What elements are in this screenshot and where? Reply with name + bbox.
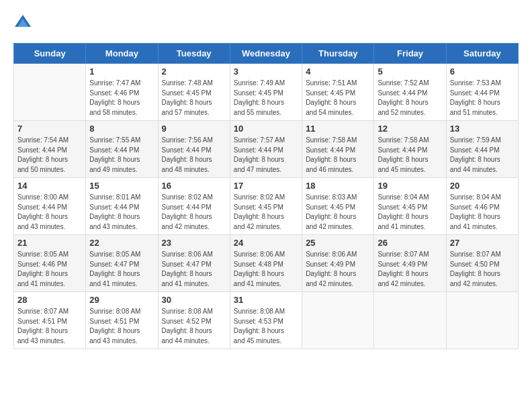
day-number: 19 (378, 181, 442, 191)
day-info: Sunrise: 7:53 AMSunset: 4:44 PMDaylight:… (450, 79, 515, 118)
day-number: 9 (162, 124, 226, 134)
calendar-cell: 11Sunrise: 7:58 AMSunset: 4:44 PMDayligh… (302, 121, 374, 178)
dow-header-thursday: Thursday (302, 44, 374, 64)
day-info: Sunrise: 8:05 AMSunset: 4:47 PMDaylight:… (89, 250, 154, 289)
calendar-cell: 30Sunrise: 8:08 AMSunset: 4:52 PMDayligh… (158, 292, 230, 349)
dow-header-friday: Friday (374, 44, 446, 64)
day-info: Sunrise: 7:58 AMSunset: 4:44 PMDaylight:… (306, 136, 370, 175)
day-number: 30 (162, 295, 226, 305)
day-number: 15 (89, 181, 154, 191)
day-info: Sunrise: 7:59 AMSunset: 4:44 PMDaylight:… (450, 136, 515, 175)
day-number: 25 (306, 238, 370, 248)
day-info: Sunrise: 7:47 AMSunset: 4:46 PMDaylight:… (89, 79, 154, 118)
day-number: 13 (450, 124, 515, 134)
day-number: 17 (234, 181, 298, 191)
day-number: 10 (234, 124, 298, 134)
day-number: 14 (17, 181, 82, 191)
day-info: Sunrise: 8:06 AMSunset: 4:49 PMDaylight:… (306, 250, 370, 289)
dow-header-wednesday: Wednesday (230, 44, 302, 64)
day-info: Sunrise: 8:07 AMSunset: 4:50 PMDaylight:… (450, 250, 515, 289)
dow-header-tuesday: Tuesday (158, 44, 230, 64)
calendar-cell: 10Sunrise: 7:57 AMSunset: 4:44 PMDayligh… (230, 121, 302, 178)
dow-header-saturday: Saturday (446, 44, 518, 64)
day-number: 23 (162, 238, 226, 248)
calendar-cell: 4Sunrise: 7:51 AMSunset: 4:45 PMDaylight… (302, 64, 374, 121)
calendar-cell: 14Sunrise: 8:00 AMSunset: 4:44 PMDayligh… (14, 178, 86, 235)
day-info: Sunrise: 8:01 AMSunset: 4:44 PMDaylight:… (89, 193, 154, 232)
day-info: Sunrise: 7:52 AMSunset: 4:44 PMDaylight:… (378, 79, 442, 118)
day-number: 31 (234, 295, 298, 305)
calendar-cell: 2Sunrise: 7:48 AMSunset: 4:45 PMDaylight… (158, 64, 230, 121)
day-number: 3 (234, 66, 298, 77)
day-number: 8 (89, 124, 154, 134)
day-number: 6 (450, 66, 515, 77)
day-number: 1 (89, 66, 154, 77)
day-info: Sunrise: 8:07 AMSunset: 4:51 PMDaylight:… (17, 307, 82, 346)
calendar-cell: 18Sunrise: 8:03 AMSunset: 4:45 PMDayligh… (302, 178, 374, 235)
day-info: Sunrise: 8:06 AMSunset: 4:48 PMDaylight:… (234, 250, 298, 289)
calendar-cell: 1Sunrise: 7:47 AMSunset: 4:46 PMDaylight… (86, 64, 158, 121)
page-header (13, 13, 519, 32)
day-info: Sunrise: 7:56 AMSunset: 4:44 PMDaylight:… (162, 136, 226, 175)
calendar-cell: 16Sunrise: 8:02 AMSunset: 4:44 PMDayligh… (158, 178, 230, 235)
day-info: Sunrise: 7:58 AMSunset: 4:44 PMDaylight:… (378, 136, 442, 175)
day-number: 20 (450, 181, 515, 191)
calendar-cell: 5Sunrise: 7:52 AMSunset: 4:44 PMDaylight… (374, 64, 446, 121)
calendar-cell: 3Sunrise: 7:49 AMSunset: 4:45 PMDaylight… (230, 64, 302, 121)
calendar-cell: 29Sunrise: 8:08 AMSunset: 4:51 PMDayligh… (86, 292, 158, 349)
calendar-cell: 13Sunrise: 7:59 AMSunset: 4:44 PMDayligh… (446, 121, 518, 178)
calendar-table: SundayMondayTuesdayWednesdayThursdayFrid… (13, 43, 519, 349)
calendar-cell (446, 292, 518, 349)
day-info: Sunrise: 7:48 AMSunset: 4:45 PMDaylight:… (162, 79, 226, 118)
dow-header-sunday: Sunday (14, 44, 86, 64)
day-info: Sunrise: 8:05 AMSunset: 4:46 PMDaylight:… (17, 250, 82, 289)
day-info: Sunrise: 8:02 AMSunset: 4:44 PMDaylight:… (162, 193, 226, 232)
day-number: 26 (378, 238, 442, 248)
day-number: 28 (17, 295, 82, 305)
calendar-cell: 22Sunrise: 8:05 AMSunset: 4:47 PMDayligh… (86, 235, 158, 292)
day-info: Sunrise: 7:49 AMSunset: 4:45 PMDaylight:… (234, 79, 298, 118)
day-number: 21 (17, 238, 82, 248)
calendar-cell: 9Sunrise: 7:56 AMSunset: 4:44 PMDaylight… (158, 121, 230, 178)
calendar-cell: 19Sunrise: 8:04 AMSunset: 4:45 PMDayligh… (374, 178, 446, 235)
day-number: 4 (306, 66, 370, 77)
calendar-cell: 12Sunrise: 7:58 AMSunset: 4:44 PMDayligh… (374, 121, 446, 178)
calendar-cell: 20Sunrise: 8:04 AMSunset: 4:46 PMDayligh… (446, 178, 518, 235)
day-number: 27 (450, 238, 515, 248)
day-number: 22 (89, 238, 154, 248)
logo (13, 13, 35, 32)
day-number: 24 (234, 238, 298, 248)
day-number: 18 (306, 181, 370, 191)
day-info: Sunrise: 8:03 AMSunset: 4:45 PMDaylight:… (306, 193, 370, 232)
day-info: Sunrise: 7:57 AMSunset: 4:44 PMDaylight:… (234, 136, 298, 175)
calendar-cell: 21Sunrise: 8:05 AMSunset: 4:46 PMDayligh… (14, 235, 86, 292)
day-info: Sunrise: 7:55 AMSunset: 4:44 PMDaylight:… (89, 136, 154, 175)
day-info: Sunrise: 8:08 AMSunset: 4:52 PMDaylight:… (162, 307, 226, 346)
logo-icon (13, 13, 32, 32)
calendar-cell: 7Sunrise: 7:54 AMSunset: 4:44 PMDaylight… (14, 121, 86, 178)
calendar-cell (14, 64, 86, 121)
calendar-cell (302, 292, 374, 349)
day-number: 29 (89, 295, 154, 305)
dow-header-monday: Monday (86, 44, 158, 64)
day-info: Sunrise: 8:04 AMSunset: 4:45 PMDaylight:… (378, 193, 442, 232)
day-number: 16 (162, 181, 226, 191)
day-number: 12 (378, 124, 442, 134)
calendar-cell: 28Sunrise: 8:07 AMSunset: 4:51 PMDayligh… (14, 292, 86, 349)
day-info: Sunrise: 8:08 AMSunset: 4:51 PMDaylight:… (89, 307, 154, 346)
calendar-cell (374, 292, 446, 349)
day-info: Sunrise: 7:54 AMSunset: 4:44 PMDaylight:… (17, 136, 82, 175)
day-info: Sunrise: 8:02 AMSunset: 4:45 PMDaylight:… (234, 193, 298, 232)
day-info: Sunrise: 8:04 AMSunset: 4:46 PMDaylight:… (450, 193, 515, 232)
day-number: 2 (162, 66, 226, 77)
day-number: 5 (378, 66, 442, 77)
calendar-cell: 25Sunrise: 8:06 AMSunset: 4:49 PMDayligh… (302, 235, 374, 292)
day-info: Sunrise: 8:08 AMSunset: 4:53 PMDaylight:… (234, 307, 298, 346)
day-info: Sunrise: 8:07 AMSunset: 4:49 PMDaylight:… (378, 250, 442, 289)
calendar-cell: 26Sunrise: 8:07 AMSunset: 4:49 PMDayligh… (374, 235, 446, 292)
day-number: 11 (306, 124, 370, 134)
calendar-cell: 31Sunrise: 8:08 AMSunset: 4:53 PMDayligh… (230, 292, 302, 349)
calendar-cell: 23Sunrise: 8:06 AMSunset: 4:47 PMDayligh… (158, 235, 230, 292)
calendar-cell: 6Sunrise: 7:53 AMSunset: 4:44 PMDaylight… (446, 64, 518, 121)
day-info: Sunrise: 8:00 AMSunset: 4:44 PMDaylight:… (17, 193, 82, 232)
